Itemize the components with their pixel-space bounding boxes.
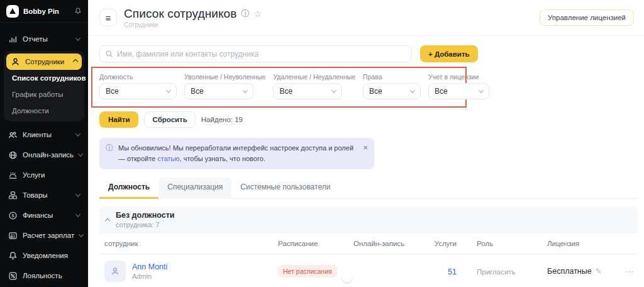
sidebar-item-label: Лояльность	[23, 272, 80, 279]
filter-label: Удаленные / Неудаленные	[273, 73, 355, 81]
chevron-down-icon	[243, 87, 248, 93]
sidebar-item-loyalty[interactable]: Лояльность	[4, 266, 84, 285]
reset-button[interactable]: Сбросить	[144, 111, 195, 128]
svg-text:$: $	[11, 213, 14, 218]
license-filter-select[interactable]: Все	[428, 83, 489, 99]
main-panel: ≡ Список сотрудников ⓘ ☆ Сотрудники Упра…	[88, 0, 644, 287]
search-icon	[105, 50, 113, 58]
no-schedule-badge: Нет расписания	[278, 265, 337, 278]
sidebar-item-label: Финансы	[23, 211, 71, 219]
group-count: сотрудника: 7	[116, 221, 174, 228]
person-icon	[11, 57, 20, 67]
globe-icon	[8, 150, 18, 160]
employee-cell: Ann Monti Admin	[104, 261, 278, 282]
payroll-icon	[8, 231, 18, 240]
notifications-bell-icon[interactable]	[74, 7, 82, 15]
deleted-filter-select[interactable]: Все	[273, 83, 342, 99]
search-input[interactable]	[99, 45, 412, 62]
products-icon	[8, 191, 18, 200]
filter-license: Учет в лицензии Все	[428, 73, 489, 99]
page-header: ≡ Список сотрудников ⓘ ☆ Сотрудники Упра…	[88, 0, 644, 36]
sidebar-item-label: Услуги	[23, 171, 80, 179]
sidebar-group-employees: Сотрудники Список сотрудников График раб…	[4, 51, 84, 121]
annotation-highlight: Должность Все Уволенные / Неуволенные Вс…	[91, 67, 467, 108]
search-box	[99, 45, 412, 62]
chevron-down-icon	[75, 35, 80, 40]
filter-deleted: Удаленные / Неудаленные Все	[273, 73, 355, 99]
sidebar-item-payroll[interactable]: Расчет зарплат	[4, 226, 84, 245]
sidebar-item-services[interactable]: Услуги	[4, 166, 84, 184]
sidebar-item-products[interactable]: Товары	[4, 186, 84, 205]
sidebar-subitem-work-schedule[interactable]: График работы	[6, 86, 82, 103]
close-icon[interactable]: ×	[363, 143, 368, 153]
select-value: Все	[106, 87, 119, 96]
tab-system-users[interactable]: Системные пользователи	[231, 177, 339, 199]
chevron-down-icon	[331, 87, 336, 93]
rights-filter-select[interactable]: Все	[363, 83, 421, 99]
info-icon[interactable]: ⓘ	[241, 8, 249, 20]
found-count: Найдено: 19	[201, 116, 243, 123]
tab-position[interactable]: Должность	[99, 177, 158, 199]
chevron-down-icon	[79, 232, 84, 237]
loyalty-icon	[8, 271, 18, 281]
sidebar-subitem-positions[interactable]: Должности	[6, 103, 82, 119]
sidebar-item-label: Клиенты	[23, 131, 71, 138]
column-header-role: Роль	[457, 234, 547, 254]
filter-label: Должность	[99, 73, 133, 81]
services-count-link[interactable]: 51	[448, 267, 457, 276]
position-filter-select[interactable]: Все	[99, 83, 177, 99]
sidebar-item-clients[interactable]: Клиенты	[4, 125, 84, 144]
column-header-online-booking: Онлайн-запись	[353, 234, 430, 254]
chevron-down-icon	[75, 191, 80, 196]
select-value: Все	[435, 87, 448, 96]
invite-link[interactable]: Пригласить	[477, 268, 516, 276]
chart-icon	[8, 35, 18, 44]
clients-icon	[8, 130, 18, 140]
tab-specialization[interactable]: Специализация	[158, 177, 231, 199]
group-title: Без должности	[116, 211, 174, 220]
banner-text: Мы обновились! Мы переработали интерфейс…	[118, 143, 358, 164]
add-employee-button[interactable]: + Добавить	[420, 45, 478, 62]
chevron-down-icon	[410, 87, 415, 93]
filter-label: Учет в лицензии	[428, 73, 479, 81]
banner-article-link[interactable]: статью	[157, 155, 179, 162]
sidebar-item-finance[interactable]: $ Финансы	[4, 206, 84, 225]
sidebar-item-reports[interactable]: Отчеты	[4, 30, 84, 48]
column-header-license: Лицензия	[547, 234, 625, 254]
app-logo-icon	[6, 5, 19, 18]
chevron-up-icon	[73, 59, 78, 64]
menu-toggle-button[interactable]: ≡	[99, 9, 117, 26]
filter-label: Уволенные / Неуволенные	[184, 73, 265, 81]
edit-pencil-icon[interactable]: ✎	[596, 267, 602, 276]
select-value: Все	[369, 87, 382, 96]
find-button[interactable]: Найти	[99, 111, 138, 128]
employee-role-label: Admin	[132, 273, 167, 280]
group-header[interactable]: Без должности сотрудника: 7	[99, 206, 638, 234]
select-value: Все	[191, 87, 204, 96]
sidebar-item-notifications[interactable]: Уведомления	[4, 246, 84, 265]
actions-row: Найти Сбросить Найдено: 19	[99, 111, 638, 128]
chevron-down-icon	[166, 87, 171, 93]
filter-position: Должность Все	[99, 73, 177, 99]
employee-name-link[interactable]: Ann Monti	[132, 262, 167, 271]
page-title: Список сотрудников	[124, 7, 236, 21]
favorite-star-icon[interactable]: ☆	[253, 9, 262, 19]
fired-filter-select[interactable]: Все	[184, 83, 253, 99]
info-icon: ⓘ	[106, 143, 113, 154]
finance-icon: $	[8, 211, 18, 220]
sidebar-item-employees[interactable]: Сотрудники	[6, 53, 82, 70]
column-header-employee: сотрудник	[104, 234, 278, 254]
sidebar-subitem-employee-list[interactable]: Список сотрудников	[6, 70, 82, 86]
manage-license-button[interactable]: Управление лицензией	[540, 9, 634, 26]
table-row: Ann Monti Admin Нет расписания 51 Пригла…	[99, 254, 638, 287]
sidebar-item-online-booking[interactable]: Онлайн-запись	[4, 145, 84, 164]
more-menu-icon[interactable]: ⋯	[625, 266, 635, 276]
chevron-down-icon	[78, 151, 83, 156]
filter-rights: Права Все	[363, 73, 421, 99]
filter-fired: Уволенные / Неуволенные Все	[184, 73, 265, 99]
avatar	[104, 261, 126, 282]
chevron-down-icon	[75, 131, 80, 136]
sidebar-item-label: Уведомления	[23, 252, 80, 259]
content: + Добавить Должность Все Уволенные / Неу…	[88, 36, 644, 287]
app-title: Bobby Pin	[23, 8, 70, 15]
